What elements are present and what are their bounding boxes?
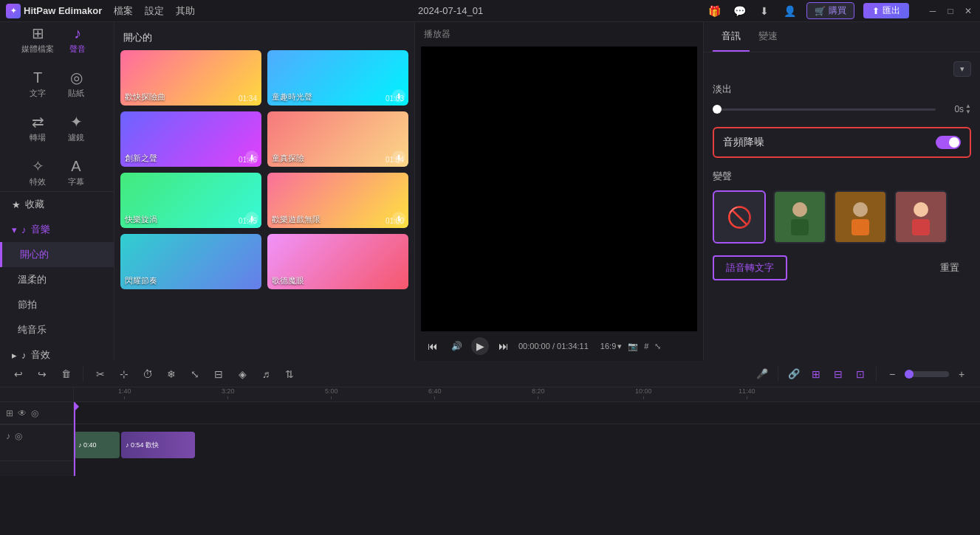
audio-settings-icon[interactable]: ◎	[15, 431, 22, 441]
fullscreen-button[interactable]: ⤡	[654, 342, 661, 351]
download-btn-4[interactable]: ⬇	[392, 151, 405, 164]
transform-button[interactable]: ⊟	[209, 365, 228, 384]
tab-speed[interactable]: 變速	[750, 22, 787, 52]
video-track-lock-icon[interactable]: ◎	[31, 408, 38, 418]
message-icon[interactable]: 💬	[731, 3, 747, 19]
music-thumb-4: 童真探險 01:54 ⬇	[267, 111, 408, 167]
link-button[interactable]: 🔗	[784, 365, 803, 384]
close-button[interactable]: ✕	[962, 5, 974, 17]
voice-card-man2[interactable]	[834, 190, 887, 244]
preview-settings: 16:9 ▾ 📷 # ⤡	[600, 342, 662, 351]
freeze-button[interactable]: ❄	[162, 365, 181, 384]
speed-button[interactable]: ⏱	[138, 365, 157, 384]
toolbar-text[interactable]: T 文字	[23, 70, 52, 99]
fade-out-slider[interactable]	[713, 108, 936, 111]
download-btn-6[interactable]: ⬇	[392, 212, 405, 225]
toolbar-effect[interactable]: ✧ 特效	[23, 159, 52, 187]
toolbar-sticker[interactable]: ◎ 貼紙	[61, 70, 91, 99]
account-icon[interactable]: 👤	[781, 3, 798, 19]
crop-button[interactable]: ⤡	[185, 365, 205, 384]
ruler-tick-6: 11:40	[739, 387, 755, 399]
delete-button[interactable]: 🗑	[56, 365, 75, 384]
align-button[interactable]: ⊡	[851, 365, 870, 384]
frame-forward-button[interactable]: ⏭	[495, 337, 513, 355]
playhead[interactable]	[74, 402, 75, 476]
sticker-tl-button[interactable]: ◈	[233, 365, 252, 384]
zoom-in-button[interactable]: +	[952, 365, 971, 384]
menu-help[interactable]: 其助	[176, 4, 195, 18]
play-button[interactable]: ▶	[471, 337, 489, 355]
grid-button[interactable]: #	[644, 342, 648, 351]
voice-to-text-button[interactable]: 語音轉文字	[713, 255, 787, 280]
noise-toggle[interactable]	[936, 136, 961, 149]
music-thumb-5: 快樂旋渦 01:45 ⬇	[120, 173, 261, 228]
separate-button[interactable]: ⊹	[114, 365, 134, 384]
toolbar-media[interactable]: ⊞ 媒體檔案	[21, 26, 54, 55]
compound-button[interactable]: ⊞	[806, 365, 826, 384]
music-thumb-6: 歡樂遊戲無限 01:00 ⬇	[267, 173, 408, 228]
cut-button[interactable]: ✂	[91, 365, 110, 384]
video-track-visible-icon[interactable]: 👁	[18, 408, 27, 418]
sidebar-happy[interactable]: 開心的	[0, 242, 114, 267]
snapshot-button[interactable]: 📷	[628, 342, 638, 351]
audio-tl-button[interactable]: ♬	[256, 365, 275, 384]
music-card-8[interactable]: 歌德魔眼	[267, 234, 408, 289]
toolbar-transition[interactable]: ⇄ 轉場	[23, 114, 52, 143]
music-card-1[interactable]: 歡快探險曲 01:34	[120, 50, 261, 106]
voice-card-woman[interactable]	[894, 190, 948, 244]
export-button[interactable]: ⬆ 匯出	[863, 3, 909, 18]
download-btn-3[interactable]: ⬇	[245, 151, 258, 164]
music-card-2[interactable]: 童趣時光聲 01:03 ⬇	[267, 50, 408, 106]
reset-button[interactable]: 重置	[928, 257, 971, 279]
menu-file[interactable]: 檔案	[114, 4, 133, 18]
svg-rect-3	[851, 219, 869, 235]
toolbar-audio[interactable]: ♪ 聲音	[63, 26, 92, 55]
timeline-toolbar: ↩ ↪ 🗑 ✂ ⊹ ⏱ ❄ ⤡ ⊟ ◈ ♬ ⇅ 🎤 🔗 ⊞ ⊟ ⊡ − +	[0, 361, 980, 387]
maximize-button[interactable]: □	[945, 5, 956, 17]
frame-back-button[interactable]: ⏮	[424, 337, 442, 355]
audio-clip-1[interactable]: ♪ 0:40	[74, 432, 120, 458]
sidebar-favorites[interactable]: ★ 收藏	[0, 192, 114, 217]
music-card-3[interactable]: 創新之聲 01:46 ⬇	[120, 111, 261, 167]
menu-settings[interactable]: 設定	[145, 4, 164, 18]
split-button[interactable]: ⊟	[829, 365, 848, 384]
volume-icon[interactable]: 🔊	[448, 337, 465, 355]
ruler-tick-3: 6:40	[428, 387, 442, 399]
buy-button[interactable]: 🛒 購買	[806, 2, 854, 19]
toolbar-caption[interactable]: A 字幕	[61, 159, 91, 187]
man1-avatar	[785, 199, 815, 235]
minimize-button[interactable]: ─	[927, 5, 939, 17]
audio-note-icon[interactable]: ♪	[6, 431, 10, 441]
sidebar-music[interactable]: ▾ ♪ 音樂	[0, 217, 114, 242]
music-card-6[interactable]: 歡樂遊戲無限 01:00 ⬇	[267, 173, 408, 228]
zoom-out-button[interactable]: −	[883, 365, 902, 384]
sidebar: ★ 收藏 ▾ ♪ 音樂 開心的 溫柔的 節拍 纯音乐	[0, 192, 114, 361]
stepper-down[interactable]: ▼	[965, 109, 971, 115]
toolbar-filter[interactable]: ✦ 濾鏡	[61, 114, 91, 143]
download-btn-5[interactable]: ⬇	[245, 212, 258, 225]
voice-card-man1[interactable]	[773, 190, 826, 244]
zoom-thumb[interactable]	[905, 370, 914, 379]
voice-card-none[interactable]: 🚫	[713, 190, 766, 244]
gift-icon[interactable]: 🎁	[706, 3, 722, 19]
dropdown-button[interactable]: ▾	[953, 61, 971, 77]
sidebar-gentle[interactable]: 溫柔的	[0, 267, 114, 292]
video-track-add-icon[interactable]: ⊞	[6, 408, 13, 418]
fade-out-thumb[interactable]	[713, 105, 722, 114]
redo-button[interactable]: ↪	[32, 365, 52, 384]
main-toolbar: ⊞ 媒體檔案 ♪ 聲音 T 文字 ◎ 貼紙 ⇄ 轉場	[0, 22, 114, 192]
sidebar-effects[interactable]: ▸ ♪ 音效	[0, 342, 114, 361]
flip-button[interactable]: ⇅	[280, 365, 299, 384]
music-card-4[interactable]: 童真探險 01:54 ⬇	[267, 111, 408, 167]
sidebar-beat[interactable]: 節拍	[0, 292, 114, 317]
aspect-ratio-button[interactable]: 16:9 ▾	[600, 342, 622, 351]
music-card-5[interactable]: 快樂旋渦 01:45 ⬇	[120, 173, 261, 228]
music-card-7[interactable]: 閃耀節奏	[120, 234, 261, 289]
download-btn-2[interactable]: ⬇	[392, 89, 405, 103]
download-icon[interactable]: ⬇	[756, 3, 772, 19]
mic-button[interactable]: 🎤	[753, 365, 772, 384]
tab-audio[interactable]: 音訊	[713, 22, 750, 52]
undo-button[interactable]: ↩	[9, 365, 28, 384]
sidebar-pure[interactable]: 纯音乐	[0, 317, 114, 342]
audio-clip-2[interactable]: ♪ 0:54 歡快	[121, 432, 195, 458]
